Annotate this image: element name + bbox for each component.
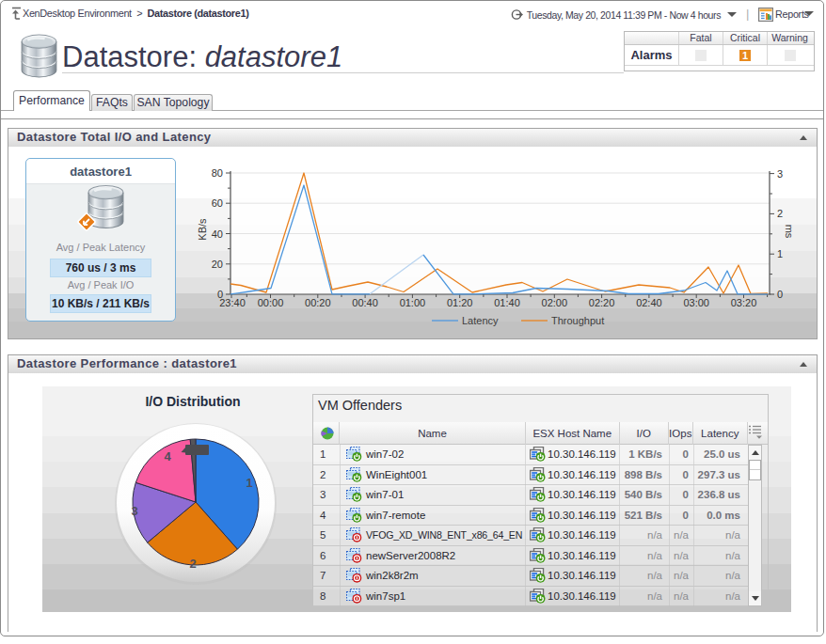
svg-text:KB/s: KB/s <box>197 218 208 241</box>
svg-text:4: 4 <box>164 449 171 463</box>
svg-text:40: 40 <box>212 228 223 240</box>
svg-text:00:00: 00:00 <box>258 297 284 308</box>
svg-text:1: 1 <box>246 476 252 490</box>
svg-text:01:40: 01:40 <box>494 297 520 308</box>
svg-text:02:00: 02:00 <box>542 297 568 308</box>
svg-text:01:00: 01:00 <box>400 297 426 308</box>
svg-text:03:00: 03:00 <box>683 297 709 308</box>
svg-text:Throughput: Throughput <box>551 315 604 326</box>
svg-text:2: 2 <box>777 208 783 219</box>
svg-text:3: 3 <box>131 504 137 518</box>
svg-text:3: 3 <box>777 168 783 180</box>
svg-text:2: 2 <box>189 557 196 571</box>
svg-text:Latency: Latency <box>462 315 499 326</box>
svg-text:23:40: 23:40 <box>219 297 246 308</box>
svg-text:00:20: 00:20 <box>305 297 331 308</box>
svg-text:01:20: 01:20 <box>447 297 473 308</box>
svg-text:80: 80 <box>212 167 223 179</box>
svg-text:02:20: 02:20 <box>589 297 615 308</box>
svg-text:03:20: 03:20 <box>731 297 757 308</box>
svg-text:20: 20 <box>212 259 223 270</box>
svg-text:0: 0 <box>777 289 783 300</box>
svg-text:1: 1 <box>777 248 783 259</box>
svg-text:ms: ms <box>784 225 795 239</box>
svg-text:60: 60 <box>212 197 223 209</box>
svg-text:02:40: 02:40 <box>636 297 662 308</box>
svg-text:00:40: 00:40 <box>352 297 378 308</box>
